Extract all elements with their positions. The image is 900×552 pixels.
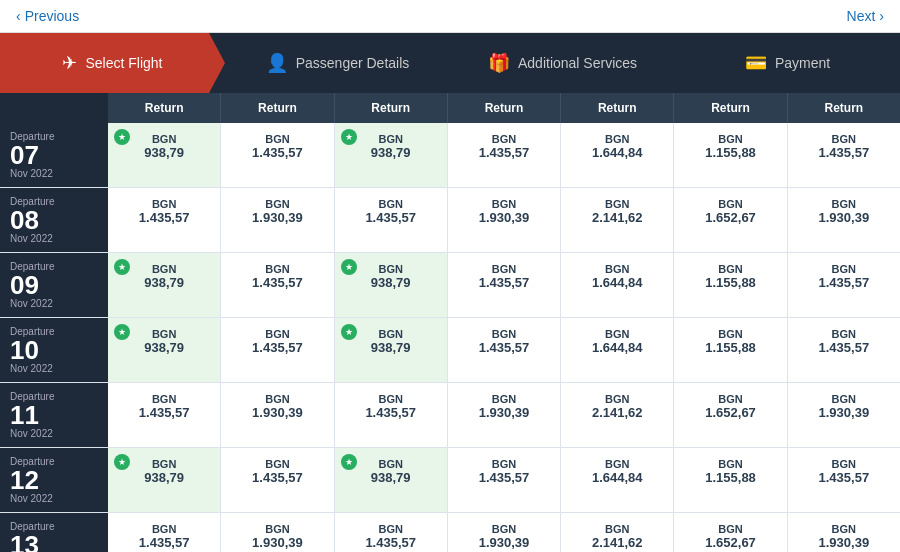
- previous-link[interactable]: ‹ Previous: [16, 8, 79, 24]
- grid-cell-1-2[interactable]: BGN 1.435,57: [335, 188, 448, 252]
- grid-cell-2-3[interactable]: BGN 1.435,57: [448, 253, 561, 317]
- chevron-left-icon: ‹: [16, 8, 21, 24]
- grid-cell-0-5[interactable]: BGN 1.155,88: [674, 123, 787, 187]
- cell-amount: 938,79: [339, 470, 443, 485]
- cell-amount: 938,79: [339, 145, 443, 160]
- grid-cell-5-1[interactable]: BGN 1.435,57: [221, 448, 334, 512]
- table-row: Departure 10 Nov 2022 ★ BGN 938,79 BGN 1…: [0, 318, 900, 383]
- grid-cell-4-0[interactable]: BGN 1.435,57: [108, 383, 221, 447]
- grid-cell-6-4[interactable]: BGN 2.141,62: [561, 513, 674, 552]
- flight-grid: Departure 07 Nov 2022 ★ BGN 938,79 BGN 1…: [0, 123, 900, 552]
- cell-currency: BGN: [452, 133, 556, 145]
- grid-cell-5-0[interactable]: ★ BGN 938,79: [108, 448, 221, 512]
- departure-day: 07: [10, 142, 39, 168]
- grid-cell-2-4[interactable]: BGN 1.644,84: [561, 253, 674, 317]
- departure-month-year: Nov 2022: [10, 493, 53, 504]
- grid-cell-0-4[interactable]: BGN 1.644,84: [561, 123, 674, 187]
- cell-amount: 1.435,57: [225, 145, 329, 160]
- col-header-1: Return: [221, 93, 334, 123]
- grid-cell-5-5[interactable]: BGN 1.155,88: [674, 448, 787, 512]
- departure-day: 08: [10, 207, 39, 233]
- grid-cell-4-3[interactable]: BGN 1.930,39: [448, 383, 561, 447]
- next-link-top[interactable]: Next ›: [847, 8, 884, 24]
- cell-currency: BGN: [792, 458, 896, 470]
- cell-amount: 1.644,84: [565, 145, 669, 160]
- departure-month-year: Nov 2022: [10, 363, 53, 374]
- grid-cell-1-3[interactable]: BGN 1.930,39: [448, 188, 561, 252]
- grid-cell-0-0[interactable]: ★ BGN 938,79: [108, 123, 221, 187]
- grid-cell-6-2[interactable]: BGN 1.435,57: [335, 513, 448, 552]
- cell-currency: BGN: [225, 523, 329, 535]
- grid-cell-0-6[interactable]: BGN 1.435,57: [788, 123, 900, 187]
- grid-cell-0-1[interactable]: BGN 1.435,57: [221, 123, 334, 187]
- grid-cell-6-6[interactable]: BGN 1.930,39: [788, 513, 900, 552]
- cell-currency: BGN: [792, 523, 896, 535]
- col-header-6: Return: [788, 93, 900, 123]
- cell-amount: 938,79: [339, 340, 443, 355]
- grid-cell-2-0[interactable]: ★ BGN 938,79: [108, 253, 221, 317]
- grid-cell-6-0[interactable]: BGN 1.435,57: [108, 513, 221, 552]
- cell-currency: BGN: [112, 523, 216, 535]
- grid-cell-5-4[interactable]: BGN 1.644,84: [561, 448, 674, 512]
- cell-amount: 1.155,88: [678, 275, 782, 290]
- cell-currency: BGN: [452, 458, 556, 470]
- cell-currency: BGN: [339, 523, 443, 535]
- cell-amount: 1.435,57: [792, 145, 896, 160]
- grid-cell-5-3[interactable]: BGN 1.435,57: [448, 448, 561, 512]
- column-headers: Return Return Return Return Return Retur…: [0, 93, 900, 123]
- cell-currency: BGN: [339, 393, 443, 405]
- table-row: Departure 13 Nov 2022 BGN 1.435,57 BGN 1…: [0, 513, 900, 552]
- step-payment[interactable]: 💳 Payment: [675, 33, 900, 93]
- cell-amount: 1.930,39: [452, 405, 556, 420]
- departure-day: 09: [10, 272, 39, 298]
- grid-cell-5-6[interactable]: BGN 1.435,57: [788, 448, 900, 512]
- cell-currency: BGN: [792, 133, 896, 145]
- grid-cell-2-2[interactable]: ★ BGN 938,79: [335, 253, 448, 317]
- grid-cell-1-0[interactable]: BGN 1.435,57: [108, 188, 221, 252]
- cell-currency: BGN: [678, 458, 782, 470]
- grid-cell-2-5[interactable]: BGN 1.155,88: [674, 253, 787, 317]
- cell-currency: BGN: [112, 198, 216, 210]
- grid-cell-3-2[interactable]: ★ BGN 938,79: [335, 318, 448, 382]
- departure-day: 12: [10, 467, 39, 493]
- step-passenger-details[interactable]: 👤 Passenger Details: [225, 33, 450, 93]
- col-header-0: Return: [108, 93, 221, 123]
- cell-amount: 2.141,62: [565, 405, 669, 420]
- grid-cell-6-1[interactable]: BGN 1.930,39: [221, 513, 334, 552]
- grid-cell-3-0[interactable]: ★ BGN 938,79: [108, 318, 221, 382]
- grid-cell-0-3[interactable]: BGN 1.435,57: [448, 123, 561, 187]
- grid-cell-6-3[interactable]: BGN 1.930,39: [448, 513, 561, 552]
- cell-currency: BGN: [225, 328, 329, 340]
- grid-cell-1-5[interactable]: BGN 1.652,67: [674, 188, 787, 252]
- cell-amount: 2.141,62: [565, 535, 669, 550]
- grid-cell-5-2[interactable]: ★ BGN 938,79: [335, 448, 448, 512]
- cell-amount: 1.155,88: [678, 470, 782, 485]
- row-header-3: Departure 10 Nov 2022: [0, 318, 108, 382]
- grid-cell-4-1[interactable]: BGN 1.930,39: [221, 383, 334, 447]
- grid-cell-4-6[interactable]: BGN 1.930,39: [788, 383, 900, 447]
- grid-cell-3-6[interactable]: BGN 1.435,57: [788, 318, 900, 382]
- grid-cell-1-4[interactable]: BGN 2.141,62: [561, 188, 674, 252]
- grid-cell-4-5[interactable]: BGN 1.652,67: [674, 383, 787, 447]
- grid-cell-1-6[interactable]: BGN 1.930,39: [788, 188, 900, 252]
- previous-label: Previous: [25, 8, 79, 24]
- cell-currency: BGN: [452, 523, 556, 535]
- grid-cell-3-3[interactable]: BGN 1.435,57: [448, 318, 561, 382]
- cell-currency: BGN: [225, 263, 329, 275]
- cell-currency: BGN: [678, 133, 782, 145]
- grid-cell-4-2[interactable]: BGN 1.435,57: [335, 383, 448, 447]
- grid-cell-0-2[interactable]: ★ BGN 938,79: [335, 123, 448, 187]
- grid-cell-2-6[interactable]: BGN 1.435,57: [788, 253, 900, 317]
- grid-cell-3-4[interactable]: BGN 1.644,84: [561, 318, 674, 382]
- cell-currency: BGN: [678, 198, 782, 210]
- grid-cell-3-5[interactable]: BGN 1.155,88: [674, 318, 787, 382]
- grid-cell-2-1[interactable]: BGN 1.435,57: [221, 253, 334, 317]
- grid-cell-1-1[interactable]: BGN 1.930,39: [221, 188, 334, 252]
- step-additional-services[interactable]: 🎁 Additional Services: [450, 33, 675, 93]
- row-header-0: Departure 07 Nov 2022: [0, 123, 108, 187]
- step-select-flight[interactable]: ✈ Select Flight: [0, 33, 225, 93]
- grid-cell-3-1[interactable]: BGN 1.435,57: [221, 318, 334, 382]
- grid-cell-4-4[interactable]: BGN 2.141,62: [561, 383, 674, 447]
- grid-cell-6-5[interactable]: BGN 1.652,67: [674, 513, 787, 552]
- cell-currency: BGN: [792, 198, 896, 210]
